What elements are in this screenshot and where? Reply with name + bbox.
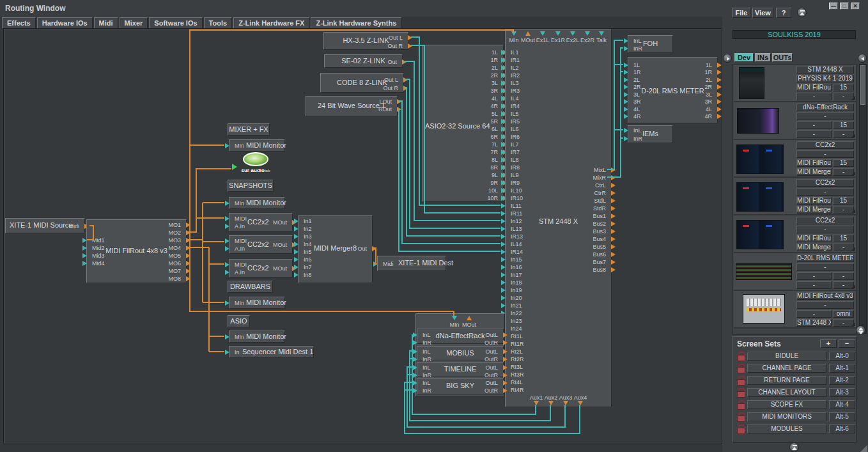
- device-field[interactable]: MIDI FilRout: [796, 159, 832, 167]
- port-aux1-icon[interactable]: [534, 401, 539, 405]
- module-dna_r2[interactable]: MOBIUSInLInROutLOutR: [417, 346, 504, 361]
- entry-resize-corner-icon[interactable]: [851, 209, 855, 213]
- port-outl-icon[interactable]: [403, 77, 408, 82]
- port-ir1-icon[interactable]: [501, 58, 506, 63]
- port-2l-icon[interactable]: [624, 77, 628, 82]
- device-field-value[interactable]: 15: [833, 197, 854, 205]
- tab-dev[interactable]: Dev: [734, 53, 754, 62]
- port-min-icon[interactable]: [511, 31, 516, 36]
- device-list-scrollbar[interactable]: [859, 64, 867, 334]
- port-rout-icon[interactable]: [397, 107, 401, 112]
- tab-outs[interactable]: OUTs: [772, 53, 793, 62]
- port-il7-icon[interactable]: [501, 142, 506, 147]
- port-mid3-icon[interactable]: [82, 253, 87, 258]
- module-asio[interactable]: ASIO: [228, 315, 250, 327]
- port-midi-icon[interactable]: [225, 262, 229, 267]
- port-ir8-icon[interactable]: [501, 165, 506, 170]
- screen-set-name[interactable]: CHANNEL LAYOUT: [747, 388, 826, 397]
- module-snapshots[interactable]: SNAPSHOTS: [228, 180, 274, 192]
- screen-set-remove-button[interactable]: −: [839, 339, 855, 348]
- device-field[interactable]: -: [796, 281, 832, 289]
- port-outl-icon[interactable]: [408, 35, 412, 40]
- module-dna_r4[interactable]: BIG SKYInLInROutLOutR: [417, 378, 504, 394]
- port-in6-icon[interactable]: [294, 257, 298, 262]
- device-field[interactable]: -: [796, 93, 832, 100]
- menu-hardware-ios[interactable]: Hardware IOs: [37, 17, 93, 29]
- port-3l-icon[interactable]: [624, 92, 628, 97]
- module-wave[interactable]: 24 Bit Wave Source 1LOutROut: [306, 96, 398, 116]
- port-inl-icon[interactable]: [624, 128, 628, 133]
- module-cc1[interactable]: CC2x2MIDIA.InMOut: [229, 213, 293, 231]
- device-field[interactable]: D-20L RMS METER: [796, 254, 854, 262]
- port-in15-icon[interactable]: [501, 257, 506, 262]
- port-2r-icon[interactable]: [717, 84, 722, 90]
- port-ir3-icon[interactable]: [501, 88, 506, 93]
- device-field[interactable]: MIDI Merger: [796, 244, 832, 251]
- port-ir6-icon[interactable]: [501, 134, 506, 139]
- port-bus8-icon[interactable]: [611, 267, 616, 272]
- device-thumbnail[interactable]: [736, 144, 784, 174]
- port-bus1-icon[interactable]: [611, 214, 616, 219]
- port-outr-icon[interactable]: [503, 388, 508, 393]
- port-ir2-icon[interactable]: [501, 73, 506, 78]
- device-field[interactable]: -: [796, 113, 854, 120]
- port-in8-icon[interactable]: [294, 272, 298, 277]
- device-thumbnail[interactable]: [737, 108, 779, 134]
- device-thumbnail[interactable]: [736, 182, 784, 212]
- port-bus4-icon[interactable]: [611, 237, 616, 242]
- device-field[interactable]: -: [796, 188, 854, 196]
- entry-resize-corner-icon[interactable]: [851, 96, 855, 100]
- port-ex2l-icon[interactable]: [570, 31, 575, 36]
- entry-resize-corner-icon[interactable]: [851, 284, 855, 288]
- port-in20-icon[interactable]: [501, 295, 506, 300]
- port-ir13-icon[interactable]: [501, 234, 506, 239]
- port-inr-icon[interactable]: [413, 357, 417, 362]
- module-seq[interactable]: Sequencer Midi Dest 1In: [229, 346, 314, 358]
- port-bus5-icon[interactable]: [611, 244, 616, 249]
- port-in16-icon[interactable]: [501, 265, 506, 270]
- port-inr-icon[interactable]: [624, 46, 628, 51]
- logo-input-arrow-icon[interactable]: [232, 164, 237, 170]
- screen-set-shortcut[interactable]: Alt-1: [829, 364, 855, 373]
- entry-resize-corner-icon[interactable]: [851, 322, 855, 326]
- port-in4-icon[interactable]: [294, 242, 298, 247]
- port-il14-icon[interactable]: [501, 242, 506, 247]
- lock-icon[interactable]: [737, 425, 745, 433]
- port-ir7-icon[interactable]: [501, 150, 506, 155]
- port-1r-icon[interactable]: [717, 70, 722, 75]
- port-midi-icon[interactable]: [225, 238, 229, 244]
- port-inr-icon[interactable]: [624, 136, 628, 141]
- device-field[interactable]: MIDI Merger: [796, 168, 832, 176]
- port-outr-icon[interactable]: [403, 86, 408, 91]
- screen-set-shortcut[interactable]: Alt-4: [829, 400, 855, 409]
- port-aux3-icon[interactable]: [563, 401, 568, 405]
- port-outr-icon[interactable]: [503, 373, 508, 378]
- port-in17-icon[interactable]: [501, 272, 506, 277]
- port-inl-icon[interactable]: [413, 349, 417, 354]
- port-inl-icon[interactable]: [624, 38, 628, 43]
- port-ir5-icon[interactable]: [501, 119, 506, 124]
- module-cc3[interactable]: CC2x2MIDIA.InMOut: [229, 259, 293, 277]
- port-aux4-icon[interactable]: [578, 401, 583, 405]
- device-field[interactable]: -: [796, 310, 832, 318]
- port-il1-icon[interactable]: [501, 50, 506, 55]
- screen-set-name[interactable]: RETURN PAGE: [747, 376, 826, 385]
- device-field[interactable]: -: [796, 263, 854, 271]
- port-mo1-icon[interactable]: [186, 222, 190, 228]
- menu-tools[interactable]: Tools: [204, 17, 233, 29]
- port-inl-icon[interactable]: [413, 365, 417, 370]
- port-aux2-icon[interactable]: [548, 401, 554, 405]
- device-field-value[interactable]: -: [833, 272, 854, 280]
- port-inl-icon[interactable]: [413, 332, 417, 338]
- port-min-icon[interactable]: [225, 143, 229, 148]
- port-out-icon[interactable]: [402, 59, 407, 65]
- device-thumbnail[interactable]: [736, 263, 792, 280]
- close-button[interactable]: ✕: [851, 3, 860, 10]
- port-bus7-icon[interactable]: [611, 260, 616, 265]
- device-field[interactable]: MIDI FilRout 4x8 v3: [796, 292, 854, 300]
- port-in2-icon[interactable]: [294, 226, 298, 231]
- entry-resize-corner-icon[interactable]: [851, 247, 855, 251]
- port-mo3-icon[interactable]: [186, 238, 190, 243]
- module-hx35[interactable]: HX-3.5 Z-LINKOut LOut R: [323, 32, 408, 50]
- port-mout-icon[interactable]: [525, 31, 531, 36]
